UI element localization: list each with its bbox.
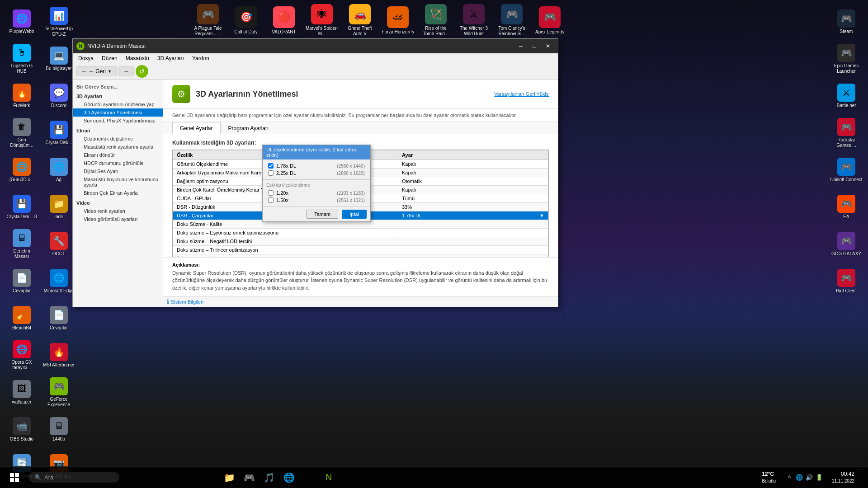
menu-yardim[interactable]: Yardım (189, 54, 213, 62)
desktop-icon-denetim-masasi[interactable]: 🖥 Denetim Masası (4, 226, 40, 262)
tab-program[interactable]: Program Ayarları (221, 122, 277, 134)
dropdown-cancel-button[interactable]: İptal (342, 210, 367, 219)
dropdown-item-2.25x-DL[interactable]: 2.25x DL (2880 x 1620) (266, 169, 367, 177)
desktop-icon-furmark[interactable]: 🔥 FurMark (4, 78, 40, 114)
top-icon-call-of-duty[interactable]: 🎯 Call of Duty (228, 2, 264, 38)
taskbar-edge[interactable]: 🌐 (280, 469, 298, 487)
sidebar-item-surround[interactable]: Surround, PhysX Yapılandırması (73, 117, 163, 125)
dropdown-item-1.78x-DL[interactable]: 1.78x DL (2560 x 1440) (266, 162, 367, 169)
right-icon-steam[interactable]: 🎮 Steam (828, 4, 864, 40)
taskbar-file-explorer[interactable]: 📁 (220, 469, 238, 487)
desktop-icon-cevaplar2[interactable]: 📄 Cevaplar (41, 300, 77, 336)
desktop-icon-discord[interactable]: 💬 Discord (41, 78, 77, 114)
dropdown-checkbox[interactable] (268, 170, 274, 176)
taskbar-spotify[interactable]: 🎵 (260, 469, 278, 487)
desktop-icon-microsoft-edge[interactable]: 🌐 Microsoft Edge (41, 263, 77, 299)
sidebar-item-hdcp[interactable]: HDCP durumunu görüntüle (73, 159, 163, 167)
right-icon-riot[interactable]: 🎮 Riot Client (828, 263, 864, 299)
menu-masaustu[interactable]: Masaüstü (122, 54, 153, 62)
top-icon-witcher3[interactable]: ⚔ The Witcher 3 Wild Hunt (456, 2, 492, 38)
top-icon-forza[interactable]: 🏎 Forza Horizon 5 (380, 2, 416, 38)
top-icon-plague-tale[interactable]: 🎮 A Plague Tale Requiem – ... (190, 2, 226, 38)
desktop-icon-cevaplar1[interactable]: 📄 Cevaplar (4, 263, 40, 299)
search-bar[interactable]: 🔍 Ara (29, 472, 119, 483)
desktop-icon-geforce[interactable]: 🎮 GeForce Experience (41, 374, 77, 410)
taskbar-store[interactable]: 🛍 (300, 469, 318, 487)
sidebar-item-rotate[interactable]: Ekranı döndür (73, 151, 163, 159)
desktop-icon-indir[interactable]: 📁 İndir (41, 189, 77, 225)
right-icon-ubisoft[interactable]: 🎮 Ubisoft Connect (828, 152, 864, 188)
minimize-button[interactable]: ─ (514, 41, 527, 51)
desktop-icon-techpowerup[interactable]: 📊 TechPowerUp GPU-Z (41, 4, 77, 40)
sidebar-section-video[interactable]: Video (73, 199, 163, 207)
system-info-link[interactable]: ℹ Sistem Bilgileri (163, 296, 558, 307)
right-icon-ea[interactable]: 🎮 EA (828, 189, 864, 225)
desktop-icon-bleachbit[interactable]: 🧹 BleachBit (4, 300, 40, 336)
table-row[interactable]: Doku süzme – Trilineer optimizasyon (173, 246, 548, 254)
tray-battery-icon[interactable]: 🔋 (815, 473, 824, 482)
desktop-icon-bu-bilgisayar[interactable]: 💻 Bu bilgisayar (41, 41, 77, 77)
right-icon-epic[interactable]: 🎮 Epic Games Launcher (828, 41, 864, 77)
reset-button[interactable]: Varsayılanları Geri Yükle (494, 91, 549, 97)
top-icon-rainbow-six[interactable]: 🎮 Tom Clancy's Rainbow Si... (494, 2, 530, 38)
show-desktop-button[interactable] (861, 469, 864, 487)
sidebar-item-videodisplay[interactable]: Video görüntüsü ayarları (73, 215, 163, 223)
back-button[interactable]: ← ← Geri ▼ (76, 66, 117, 76)
desktop-icon-purplewebb[interactable]: 🌐 PurpleWebb (4, 4, 40, 40)
taskbar-nvidia[interactable]: N (320, 469, 338, 487)
sidebar-item-preview[interactable]: Görüntü ayarlarını önizleme yap (73, 100, 163, 108)
tray-network-icon[interactable]: 🌐 (795, 473, 804, 482)
desktop-icon-opera-gx[interactable]: 🌐 Opera GX tarayıcı... (4, 337, 40, 373)
desktop-icon-geri-donusum[interactable]: 🗑 Geri Dönüşüm... (4, 115, 40, 151)
dropdown-legacy-1.20x[interactable]: 1.20x (2103 x 1183) (266, 189, 367, 197)
desktop-icon-occt[interactable]: 🔧 OCCT (41, 226, 77, 262)
menu-3d[interactable]: 3D Ayarları (154, 54, 188, 62)
sidebar-item-manage3d[interactable]: 3D Ayarlarının Yönetilmesi (73, 108, 163, 117)
desktop-icon-crystaldisk2[interactable]: 💾 CrystalDisk... 8 (4, 189, 40, 225)
top-icon-tomb-raider[interactable]: 🏹 Rise of the Tomb Raid... (418, 2, 454, 38)
close-button[interactable]: ✕ (542, 41, 554, 51)
dropdown-legacy-checkbox[interactable] (268, 190, 274, 196)
desktop-icon-wallpaper[interactable]: 🖼 wallpaper (4, 374, 40, 410)
icon-label-logitech: Logitech G HUB (5, 63, 38, 74)
desktop-icon-net[interactable]: 🌐 Ağ (41, 152, 77, 188)
sidebar-item-audio[interactable]: Dijital Ses Ayarı (73, 167, 163, 175)
tab-genel[interactable]: Genel Ayarlar (172, 122, 221, 134)
sidebar-item-color[interactable]: Masaüstü renk ayarlarını ayarla (73, 143, 163, 151)
top-icon-marvel-spider[interactable]: 🕷 Marvel's Spider-M... (304, 2, 340, 38)
maximize-button[interactable]: □ (528, 41, 541, 51)
sidebar-section-ekran[interactable]: Ekran (73, 127, 163, 135)
desktop-icon-logitech[interactable]: 🖱 Logitech G HUB (4, 41, 40, 77)
top-icon-valorant[interactable]: 🔴 VALORANT (266, 2, 302, 38)
table-row[interactable]: Doku süzme – Eşyönsüz örnek optimizasyon… (173, 229, 548, 237)
dropdown-legacy-checkbox[interactable] (268, 197, 274, 203)
dropdown-checkbox[interactable] (268, 163, 274, 169)
menu-duzen[interactable]: Düzen (98, 54, 121, 62)
forward-button[interactable]: → (118, 66, 134, 76)
sidebar-item-size[interactable]: Masaüstü boyutunu ve konumunu ayarla (73, 175, 163, 189)
desktop-icon-obs[interactable]: 📹 OBS Studio (4, 411, 40, 447)
sidebar-item-multimon[interactable]: Birden Çok Ekran Ayarla (73, 189, 163, 197)
desktop-icon-msi-afterburner[interactable]: 🔥 MSI Afterburner (41, 337, 77, 373)
dropdown-ok-button[interactable]: Tamam (307, 210, 338, 219)
tray-volume-icon[interactable]: 🔊 (805, 473, 814, 482)
sidebar-section-3d[interactable]: 3D Ayarları (73, 92, 163, 100)
top-icon-apex[interactable]: 🎮 Apex Legends (532, 2, 568, 38)
right-icon-gog[interactable]: 🎮 GOG GALAXY (828, 226, 864, 262)
window-controls: ─ □ ✕ (514, 41, 554, 51)
right-icon-rockstar[interactable]: 🎮 Rockstar Games ... (828, 115, 864, 151)
sidebar-item-videocolor[interactable]: Video renk ayarları (73, 207, 163, 215)
desktop-icon-crystaldisk1[interactable]: 💾 CrystalDisk... (41, 115, 77, 151)
desktop-icon-1440p[interactable]: 🖥 1440p (41, 411, 77, 447)
right-icon-battlenet[interactable]: ⚔ Battle.net (828, 78, 864, 114)
tray-show-hidden[interactable]: ^ (785, 473, 794, 482)
dropdown-legacy-1.50x[interactable]: 1.50x (2561 x 1321) (266, 197, 367, 204)
menu-dosya[interactable]: Dosya (75, 54, 97, 62)
taskbar-xbox[interactable]: 🎮 (240, 469, 258, 487)
table-row[interactable]: Doku süzme – Negatif LOD tercihi (173, 237, 548, 246)
refresh-button[interactable]: ↺ (136, 65, 148, 78)
sidebar-item-resolution[interactable]: Çözünürlük değiştirme (73, 135, 163, 143)
desktop-icon-guru3d[interactable]: 🌐 [Guru3D.c... (4, 152, 40, 188)
top-icon-gta-v[interactable]: 🚗 Grand Theft Auto V (342, 2, 378, 38)
start-button[interactable] (4, 467, 25, 488)
